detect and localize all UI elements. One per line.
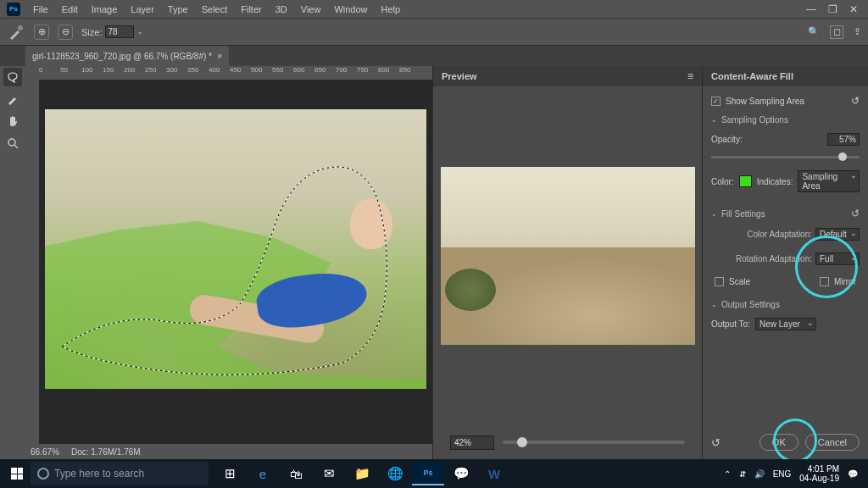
color-label: Color: [711, 177, 734, 186]
ruler-tick: 200 [124, 66, 145, 80]
language-indicator[interactable]: ENG [773, 469, 792, 479]
preview-title: Preview [442, 71, 477, 81]
menu-layer[interactable]: Layer [125, 3, 160, 16]
search-placeholder: Type here to search [54, 468, 144, 480]
word-icon[interactable]: W [478, 462, 510, 485]
ok-button[interactable]: OK [760, 434, 798, 451]
mail-icon[interactable]: ✉ [313, 462, 345, 485]
show-sampling-checkbox[interactable] [711, 97, 721, 106]
minimize-icon[interactable]: — [806, 3, 816, 15]
rotation-adaptation-dropdown[interactable]: Full [815, 252, 860, 265]
lasso-tool[interactable] [3, 68, 22, 86]
preview-zoom-input[interactable] [450, 435, 494, 450]
menu-file[interactable]: File [27, 3, 54, 16]
fill-settings-label: Fill Settings [721, 209, 765, 219]
taskbar-search[interactable]: Type here to search [31, 462, 209, 485]
menu-image[interactable]: Image [86, 3, 124, 16]
network-icon[interactable]: ⇵ [739, 469, 746, 479]
ruler-tick: 850 [399, 66, 420, 80]
share-icon[interactable]: ⇪ [854, 26, 861, 37]
menu-view[interactable]: View [295, 3, 327, 16]
time-text: 4:01 PM [799, 464, 839, 474]
preview-header: Preview ≡ [433, 66, 702, 86]
panel-title: Content-Aware Fill [703, 66, 868, 86]
ruler-tick: 750 [357, 66, 378, 80]
search-icon[interactable]: 🔍 [808, 26, 820, 37]
menu-filter[interactable]: Filter [235, 3, 267, 16]
volume-icon[interactable]: 🔊 [754, 469, 765, 479]
task-view-icon[interactable]: ⊞ [214, 462, 246, 485]
ruler-tick: 350 [187, 66, 209, 80]
scale-checkbox[interactable] [715, 277, 724, 286]
reset-all-icon[interactable]: ↺ [711, 436, 721, 449]
indicates-dropdown[interactable]: Sampling Area [798, 170, 860, 192]
fill-settings-header[interactable]: ⌄ Fill Settings ↺ [711, 208, 860, 219]
left-toolbar [0, 66, 25, 459]
app-icon[interactable]: 💬 [445, 462, 477, 485]
color-adaptation-dropdown[interactable]: Default [815, 228, 860, 241]
mirror-checkbox[interactable] [820, 277, 829, 286]
panel-footer: ↺ OK Cancel [703, 425, 868, 459]
workspace-controls: 🔍 ◻ ⇪ [808, 25, 861, 39]
preview-body[interactable] [433, 86, 702, 425]
size-chevron-icon[interactable]: ⌄ [137, 28, 143, 36]
ruler-tick: 400 [209, 66, 230, 80]
menu-3d[interactable]: 3D [270, 3, 293, 16]
work-area: 0 50 100 150 200 250 300 350 400 450 500… [0, 66, 868, 459]
ruler-tick: 450 [230, 66, 251, 80]
zoom-slider-thumb[interactable] [517, 437, 527, 447]
canvas-body [25, 80, 432, 444]
add-to-sample-button[interactable]: ⊕ [34, 25, 49, 40]
svg-point-0 [18, 25, 23, 30]
brush-size-input[interactable] [105, 25, 134, 38]
menu-select[interactable]: Select [196, 3, 234, 16]
menu-edit[interactable]: Edit [56, 3, 84, 16]
reset-fill-icon[interactable]: ↺ [851, 208, 860, 219]
start-button[interactable] [5, 462, 29, 485]
canvas-column: 0 50 100 150 200 250 300 350 400 450 500… [25, 66, 432, 459]
sampling-brush-tool[interactable] [3, 90, 22, 108]
tab-close-icon[interactable]: × [217, 51, 222, 61]
output-settings-header[interactable]: ⌄ Output Settings [711, 300, 860, 309]
subtract-from-sample-button[interactable]: ⊖ [58, 25, 73, 40]
restore-icon[interactable]: ❐ [828, 3, 837, 15]
size-label: Size: [81, 27, 102, 37]
reset-sampling-icon[interactable]: ↺ [851, 95, 860, 107]
store-icon[interactable]: 🛍 [280, 462, 312, 485]
output-to-dropdown[interactable]: New Layer [755, 318, 816, 330]
close-icon[interactable]: ✕ [849, 3, 858, 15]
file-explorer-icon[interactable]: 📁 [346, 462, 378, 485]
menu-window[interactable]: Window [328, 3, 373, 16]
preview-menu-icon[interactable]: ≡ [687, 70, 693, 82]
chrome-icon[interactable]: 🌐 [379, 462, 411, 485]
canvas-view[interactable] [39, 80, 432, 444]
tray-chevron-icon[interactable]: ⌃ [724, 469, 731, 479]
ruler-tick: 500 [251, 66, 272, 80]
notifications-icon[interactable]: 💬 [848, 469, 858, 479]
photoshop-taskbar-icon[interactable]: Ps [412, 462, 444, 485]
screen-mode-icon[interactable]: ◻ [830, 25, 843, 39]
document-tab[interactable]: girl-1128523_960_720.jpg @ 66.7% (RGB/8#… [25, 46, 229, 66]
date-text: 04-Aug-19 [799, 474, 839, 483]
cancel-button[interactable]: Cancel [805, 434, 860, 451]
sampling-color-swatch[interactable] [739, 175, 752, 187]
ruler-tick: 650 [314, 66, 336, 80]
opacity-value[interactable]: 57% [827, 133, 860, 146]
clock[interactable]: 4:01 PM 04-Aug-19 [799, 464, 839, 483]
hand-tool[interactable] [3, 112, 22, 130]
opacity-slider-thumb[interactable] [838, 152, 847, 161]
preview-zoom-slider[interactable] [503, 441, 685, 444]
menu-type[interactable]: Type [162, 3, 194, 16]
sampling-options-header[interactable]: ⌄ Sampling Options [711, 115, 860, 125]
menu-help[interactable]: Help [376, 3, 407, 16]
chevron-down-icon: ⌄ [711, 210, 717, 218]
indicates-label: Indicates: [757, 177, 793, 186]
opacity-slider[interactable] [711, 156, 860, 158]
ruler-tick: 150 [103, 66, 124, 80]
brush-size-control: Size: ⌄ [81, 25, 143, 38]
zoom-level[interactable]: 66.67% [31, 447, 59, 457]
chevron-down-icon: ⌄ [711, 301, 717, 308]
zoom-tool[interactable] [3, 134, 22, 152]
sampling-brush-tool-icon[interactable] [7, 23, 25, 42]
edge-browser-icon[interactable]: e [247, 462, 279, 485]
